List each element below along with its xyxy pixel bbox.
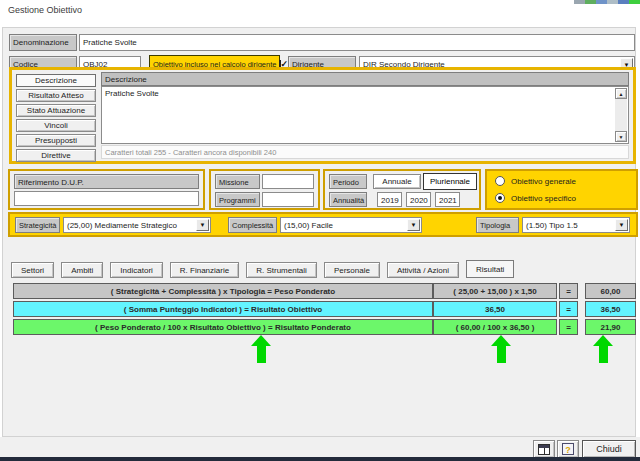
result-formula: ( Somma Punteggio Indicatori ) = Risulta…: [13, 301, 433, 317]
chevron-down-icon[interactable]: ▼: [615, 219, 628, 231]
obiettivo-generale-option[interactable]: Obiettivo generale: [495, 176, 576, 186]
strategicita-value: (25,00) Mediamente Strategico: [64, 218, 210, 230]
denominazione-input[interactable]: Pratiche Svolte: [79, 34, 635, 51]
chevron-down-icon[interactable]: ▼: [196, 219, 209, 231]
window-title: Gestione Obiettivo: [8, 5, 82, 15]
chevron-down-icon[interactable]: ▼: [407, 219, 420, 231]
nav-risultato-atteso[interactable]: Risultato Atteso: [16, 89, 96, 102]
result-calc: ( 60,00 / 100 x 36,50 ): [433, 319, 557, 335]
tipologia-select[interactable]: (1.50) Tipo 1.5 ▼: [522, 217, 630, 233]
chiudi-button[interactable]: Chiudi: [582, 440, 636, 458]
complessita-label: Complessità: [228, 217, 277, 233]
result-row: ( Peso Ponderato / 100 x Risultato Obiet…: [3, 319, 637, 335]
scroll-down-icon[interactable]: ▼: [615, 131, 627, 142]
tipologia-value: (1.50) Tipo 1.5: [523, 218, 629, 230]
dup-input[interactable]: [14, 191, 199, 206]
nav-presupposti[interactable]: Presupposti: [16, 134, 96, 147]
equals-sign: =: [559, 301, 578, 317]
background-app-sliver: [574, 0, 640, 4]
periodo-pluriennale-button[interactable]: Pluriennale: [423, 173, 477, 190]
dup-label: Riferimento D.U.P.: [14, 174, 199, 189]
nav-vincoli[interactable]: Vincoli: [16, 119, 96, 132]
complessita-select[interactable]: (15,00) Facile ▼: [280, 217, 422, 233]
help-icon: ?: [562, 443, 574, 455]
tab-r-finanziarie[interactable]: R. Finanziarie: [170, 262, 239, 278]
periodo-annuale-button[interactable]: Annuale: [373, 174, 421, 189]
up-arrow-icon: [491, 335, 511, 363]
obiettivo-generale-label: Obiettivo generale: [511, 177, 576, 186]
section-tabs: Settori Ambiti Indicatori R. Finanziarie…: [11, 260, 514, 278]
descrizione-textarea[interactable]: Pratiche Svolte ▲ ▼: [101, 86, 629, 144]
annualita-year-1[interactable]: 2019: [377, 192, 402, 207]
tab-r-strumentali[interactable]: R. Strumentali: [246, 262, 317, 278]
obiettivo-generale-radio[interactable]: [495, 176, 505, 186]
obiettivo-specifico-radio[interactable]: [495, 193, 505, 203]
obiettivo-specifico-label: Obiettivo specifico: [511, 194, 576, 203]
descrizione-header: Descrizione: [101, 72, 629, 86]
nav-stato-attuazione[interactable]: Stato Attuazione: [16, 104, 96, 117]
descrizione-text: Pratiche Svolte: [105, 89, 159, 98]
missione-label: Missione: [215, 174, 260, 189]
scroll-up-icon[interactable]: ▲: [615, 88, 627, 99]
tab-personale[interactable]: Personale: [324, 262, 380, 278]
programmi-input[interactable]: [262, 192, 314, 207]
nav-descrizione[interactable]: Descrizione: [16, 74, 96, 87]
char-count-info: Caratteri totali 255 - Caratteri ancora …: [101, 145, 629, 159]
tab-indicatori[interactable]: Indicatori: [110, 262, 162, 278]
annualita-year-2[interactable]: 2020: [406, 192, 431, 207]
result-value: 21,90: [585, 319, 636, 335]
result-value: 60,00: [585, 283, 636, 299]
result-formula: ( Strategicità + Complessità ) x Tipolog…: [13, 283, 433, 299]
window-bottom-edge: [0, 457, 640, 461]
programmi-label: Programmi: [215, 192, 260, 207]
dup-panel: Riferimento D.U.P.: [8, 169, 205, 210]
tipo-obiettivo-panel: Obiettivo generale Obiettivo specifico: [485, 169, 638, 210]
periodo-label: Periodo: [329, 174, 367, 189]
result-row: ( Somma Punteggio Indicatori ) = Risulta…: [3, 301, 637, 317]
up-arrow-icon: [251, 335, 271, 363]
tipologia-label: Tipologia: [476, 217, 519, 233]
strategicita-label: Strategicità: [15, 217, 60, 233]
equals-sign: =: [559, 283, 578, 299]
result-calc: ( 25,00 + 15,00 ) x 1,50: [433, 283, 557, 299]
classificazione-strip: Strategicità (25,00) Mediamente Strategi…: [8, 212, 638, 237]
result-formula: ( Peso Ponderato / 100 x Risultato Obiet…: [13, 319, 433, 335]
report-button[interactable]: [533, 440, 555, 458]
tab-ambiti[interactable]: Ambiti: [61, 262, 103, 278]
missione-input[interactable]: [262, 174, 314, 189]
equals-sign: =: [559, 319, 578, 335]
result-value: 36,50: [585, 301, 636, 317]
periodo-panel: Periodo Annuale Pluriennale Annualità 20…: [323, 169, 481, 210]
dialog-panel: Denominazione Pratiche Svolte Codice OBJ…: [2, 27, 636, 437]
tab-risultati[interactable]: Risultati: [466, 260, 514, 278]
annualita-year-3[interactable]: 2021: [435, 192, 460, 207]
result-row: ( Strategicità + Complessità ) x Tipolog…: [3, 283, 637, 299]
help-button[interactable]: ?: [557, 440, 579, 458]
tab-settori[interactable]: Settori: [11, 262, 54, 278]
annualita-label: Annualità: [329, 192, 367, 207]
descrizione-scrollbar[interactable]: ▲ ▼: [615, 88, 627, 142]
nav-direttive[interactable]: Direttive: [16, 149, 96, 162]
denominazione-label: Denominazione: [9, 34, 77, 51]
report-grid-icon: [538, 444, 550, 455]
strategicita-select[interactable]: (25,00) Mediamente Strategico ▼: [63, 217, 211, 233]
descrizione-group: Descrizione Risultato Atteso Stato Attua…: [9, 67, 636, 164]
tab-attivita-azioni[interactable]: Attività / Azioni: [387, 262, 459, 278]
obiettivo-specifico-option[interactable]: Obiettivo specifico: [495, 193, 576, 203]
result-calc: 36,50: [433, 301, 557, 317]
complessita-value: (15,00) Facile: [281, 218, 421, 230]
missione-programmi-panel: Missione Programmi: [209, 169, 320, 210]
up-arrow-icon: [593, 335, 613, 363]
